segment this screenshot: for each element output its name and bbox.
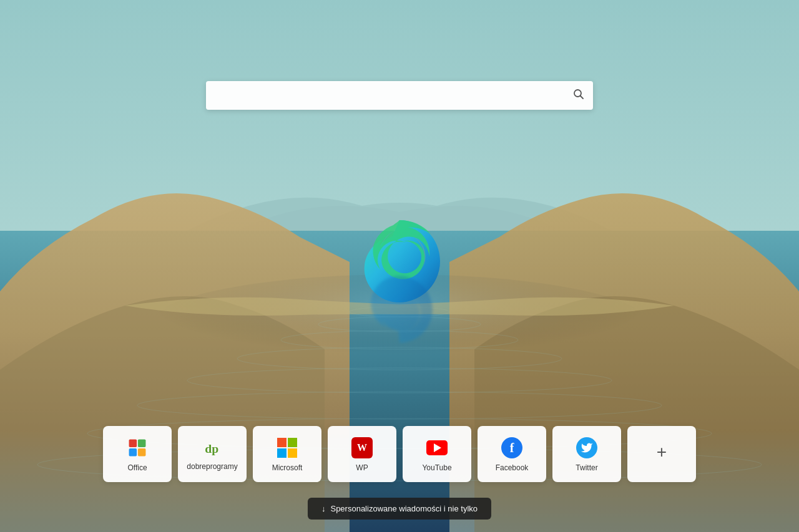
tile-microsoft-label: Microsoft (272, 463, 303, 472)
tile-twitter[interactable]: Twitter (552, 426, 621, 482)
tile-office-label: Office (127, 463, 147, 472)
search-icon[interactable] (573, 89, 584, 102)
svg-text:dp: dp (205, 442, 218, 455)
dp-icon: dp (202, 437, 223, 458)
tile-youtube-label: YouTube (422, 463, 451, 472)
tile-add[interactable]: + (627, 426, 696, 482)
tile-office[interactable]: Office (103, 426, 172, 482)
svg-rect-15 (138, 440, 146, 448)
wp-icon: W (350, 436, 374, 460)
quick-access-bar: Office dp dobreprogramy Microsoft W WP (103, 426, 696, 482)
svg-rect-19 (277, 438, 287, 447)
svg-rect-20 (288, 438, 297, 447)
search-container (206, 81, 593, 110)
tile-microsoft[interactable]: Microsoft (253, 426, 321, 482)
add-icon: + (650, 440, 674, 464)
tile-youtube[interactable]: YouTube (403, 426, 471, 482)
svg-line-13 (581, 96, 584, 99)
svg-rect-14 (129, 440, 137, 448)
svg-rect-17 (138, 448, 146, 457)
edge-logo-reflection (359, 288, 440, 350)
svg-rect-22 (288, 448, 297, 458)
facebook-icon: f (500, 436, 524, 460)
tile-wp-label: WP (356, 463, 368, 472)
search-input[interactable] (206, 81, 593, 110)
twitter-icon (575, 436, 599, 460)
notification-arrow: ↓ (321, 504, 326, 513)
youtube-icon (425, 436, 449, 460)
bottom-notification-bar[interactable]: ↓ Spersonalizowane wiadomości i nie tylk… (308, 498, 491, 520)
tile-wp[interactable]: W WP (328, 426, 396, 482)
office-icon (125, 436, 149, 460)
tile-facebook-label: Facebook (496, 463, 529, 472)
svg-rect-16 (129, 448, 137, 457)
microsoft-icon (275, 436, 299, 460)
svg-rect-21 (277, 448, 287, 458)
tile-dobreprogramy[interactable]: dp dobreprogramy (178, 426, 247, 482)
tile-twitter-label: Twitter (576, 463, 597, 472)
tile-facebook[interactable]: f Facebook (478, 426, 546, 482)
tile-dobreprogramy-label: dobreprogramy (187, 462, 237, 471)
notification-text: Spersonalizowane wiadomości i nie tylko (330, 504, 478, 513)
